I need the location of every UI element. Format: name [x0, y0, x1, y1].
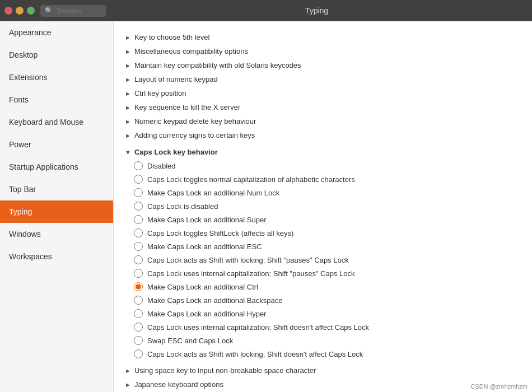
radio-label: Make Caps Lock an additional Backspace: [147, 296, 282, 305]
section-label: Miscellaneous compatibility options: [134, 47, 248, 55]
watermark: CSDN @zmhzmhzm: [470, 383, 528, 390]
radio-option-hyper[interactable]: Make Caps Lock an additional Hyper: [134, 307, 521, 320]
radio-label: Make Caps Lock an additional Super: [147, 216, 266, 224]
sidebar: AppearanceDesktopExtensionsFontsKeyboard…: [0, 21, 114, 392]
radio-option-swap-esc[interactable]: Swap ESC and Caps Lock: [134, 334, 521, 347]
radio-num-lock[interactable]: [134, 188, 143, 197]
radio-label: Swap ESC and Caps Lock: [147, 337, 233, 345]
radio-backspace[interactable]: [134, 296, 143, 305]
radio-internal-nodontaffect[interactable]: [134, 323, 143, 332]
arrow-right-icon: ►: [125, 132, 131, 139]
collapsed-section-row[interactable]: ►Key sequence to kill the X server: [125, 100, 521, 114]
radio-option-backspace[interactable]: Make Caps Lock an additional Backspace: [134, 293, 521, 307]
close-button[interactable]: [4, 7, 12, 15]
caps-lock-section: ▼ Caps Lock key behavior DisabledCaps Lo…: [125, 142, 521, 363]
radio-hyper[interactable]: [134, 309, 143, 318]
radio-shift-lock[interactable]: [134, 228, 143, 237]
radio-option-disabled[interactable]: Disabled: [134, 159, 521, 172]
bottom-section-row[interactable]: ►Japanese keyboard options: [125, 377, 521, 391]
collapsed-section-row[interactable]: ►Adding currency signs to certain keys: [125, 128, 521, 142]
bottom-section-row[interactable]: ►Using space key to input non-breakable …: [125, 363, 521, 377]
radio-label: Make Caps Lock an additional Hyper: [147, 310, 266, 318]
titlebar-title: Typing: [106, 6, 528, 15]
radio-shift-nodontaffect[interactable]: [134, 349, 143, 358]
radio-option-num-lock[interactable]: Make Caps Lock an additional Num Lock: [134, 186, 521, 199]
section-label: Using space key to input non-breakable s…: [134, 366, 316, 375]
section-label: Key sequence to kill the X server: [134, 103, 240, 111]
arrow-down-icon: ▼: [125, 149, 131, 156]
collapsed-section-row[interactable]: ►Key to choose 5th level: [125, 30, 521, 44]
arrow-right-icon: ►: [125, 104, 131, 111]
section-label: Key to choose 5th level: [134, 33, 209, 41]
sidebar-item-fonts[interactable]: Fonts: [0, 88, 113, 111]
radio-disabled[interactable]: [134, 161, 143, 170]
radio-option-toggle-normal[interactable]: Caps Lock toggles normal capitalization …: [134, 172, 521, 186]
collapsed-section-row[interactable]: ►Layout of numeric keypad: [125, 72, 521, 86]
content-area: ►Key to choose 5th level►Miscellaneous c…: [114, 21, 532, 392]
caps-lock-header[interactable]: ▼ Caps Lock key behavior: [125, 145, 521, 159]
radio-label: Make Caps Lock an additional ESC: [147, 242, 262, 251]
section-label: Layout of numeric keypad: [134, 75, 218, 83]
radio-option-internal-nodontaffect[interactable]: Caps Lock uses internal capitalization; …: [134, 320, 521, 334]
window-controls: [4, 7, 35, 15]
arrow-right-icon: ►: [125, 381, 131, 388]
titlebar: 🔍 Typing: [0, 0, 532, 21]
radio-label: Caps Lock is disabled: [147, 202, 218, 211]
collapsed-sections-list: ►Key to choose 5th level►Miscellaneous c…: [125, 30, 521, 142]
radio-option-shift-nodontaffect[interactable]: Caps Lock acts as Shift with locking; Sh…: [134, 347, 521, 361]
collapsed-section-row[interactable]: ►Maintain key compatibility with old Sol…: [125, 58, 521, 72]
sidebar-item-startup-applications[interactable]: Startup Applications: [0, 156, 113, 178]
section-label: Ctrl key position: [134, 89, 186, 97]
arrow-right-icon: ►: [125, 76, 131, 83]
radio-option-shift-lock[interactable]: Caps Lock toggles ShiftLock (affects all…: [134, 226, 521, 240]
collapsed-section-row[interactable]: ►Numeric keypad delete key behaviour: [125, 114, 521, 128]
arrow-right-icon: ►: [125, 367, 131, 374]
search-input[interactable]: [57, 7, 101, 15]
radio-option-caps-disabled[interactable]: Caps Lock is disabled: [134, 199, 521, 213]
radio-esc[interactable]: [134, 242, 143, 251]
arrow-right-icon: ►: [125, 48, 131, 55]
radio-label: Disabled: [147, 162, 176, 170]
radio-internal-shift[interactable]: [134, 269, 143, 278]
radio-label: Caps Lock acts as Shift with locking; Sh…: [147, 256, 349, 264]
sidebar-item-extensions[interactable]: Extensions: [0, 66, 113, 88]
sidebar-item-keyboard-and-mouse[interactable]: Keyboard and Mouse: [0, 111, 113, 133]
maximize-button[interactable]: [27, 7, 35, 15]
section-label: Numeric keypad delete key behaviour: [134, 117, 256, 125]
radio-shift-locking[interactable]: [134, 255, 143, 264]
sidebar-item-power[interactable]: Power: [0, 133, 113, 156]
caps-lock-label: Caps Lock key behavior: [134, 148, 218, 156]
search-box[interactable]: 🔍: [40, 5, 106, 17]
caps-lock-options: DisabledCaps Lock toggles normal capital…: [125, 159, 521, 361]
radio-label: Caps Lock toggles normal capitalization …: [147, 175, 355, 184]
section-label: Adding currency signs to certain keys: [134, 131, 255, 139]
radio-label: Caps Lock toggles ShiftLock (affects all…: [147, 229, 293, 237]
radio-option-internal-shift[interactable]: Caps Lock uses internal capitalization; …: [134, 267, 521, 280]
radio-option-super[interactable]: Make Caps Lock an additional Super: [134, 213, 521, 226]
radio-label: Caps Lock acts as Shift with locking; Sh…: [147, 350, 363, 358]
radio-option-shift-locking[interactable]: Caps Lock acts as Shift with locking; Sh…: [134, 253, 521, 267]
sidebar-item-appearance[interactable]: Appearance: [0, 21, 113, 44]
radio-swap-esc[interactable]: [134, 336, 143, 345]
arrow-right-icon: ►: [125, 62, 131, 69]
sidebar-item-top-bar[interactable]: Top Bar: [0, 178, 113, 200]
radio-super[interactable]: [134, 215, 143, 224]
sidebar-item-typing[interactable]: Typing: [0, 200, 113, 223]
arrow-right-icon: ►: [125, 90, 131, 97]
collapsed-section-row[interactable]: ►Ctrl key position: [125, 86, 521, 100]
radio-option-esc[interactable]: Make Caps Lock an additional ESC: [134, 240, 521, 253]
radio-label: Make Caps Lock an additional Num Lock: [147, 189, 279, 197]
sidebar-item-windows[interactable]: Windows: [0, 223, 113, 245]
minimize-button[interactable]: [16, 7, 24, 15]
radio-ctrl[interactable]: [134, 282, 143, 291]
radio-option-ctrl[interactable]: Make Caps Lock an additional Ctrl: [134, 280, 521, 293]
radio-toggle-normal[interactable]: [134, 175, 143, 184]
radio-label: Make Caps Lock an additional Ctrl: [147, 283, 258, 291]
main-layout: AppearanceDesktopExtensionsFontsKeyboard…: [0, 21, 532, 392]
sidebar-item-desktop[interactable]: Desktop: [0, 44, 113, 66]
sidebar-item-workspaces[interactable]: Workspaces: [0, 245, 113, 268]
radio-caps-disabled[interactable]: [134, 202, 143, 211]
section-label: Maintain key compatibility with old Sola…: [134, 61, 301, 69]
search-icon: 🔍: [45, 7, 53, 15]
collapsed-section-row[interactable]: ►Miscellaneous compatibility options: [125, 44, 521, 58]
